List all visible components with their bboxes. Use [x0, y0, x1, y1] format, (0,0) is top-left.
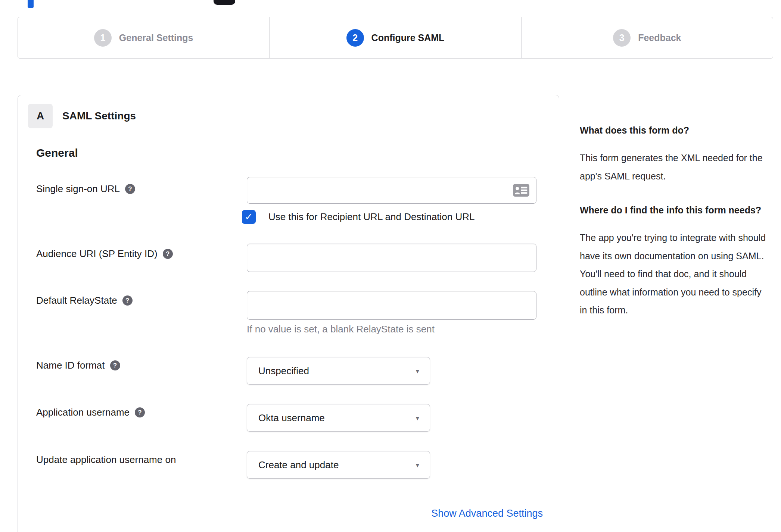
general-group-heading: General: [36, 147, 78, 159]
step-feedback[interactable]: 3 Feedback: [521, 17, 773, 58]
relaystate-label-text: Default RelayState: [36, 295, 117, 306]
section-letter-badge: A: [28, 104, 53, 128]
update-username-label-text: Update application username on: [36, 454, 176, 466]
contact-card-icon: [513, 184, 530, 197]
relaystate-hint: If no value is set, a blank RelayState i…: [247, 323, 435, 335]
help-icon[interactable]: ?: [125, 184, 135, 194]
cutoff-dark-icon-fragment: [214, 0, 235, 5]
update-username-select[interactable]: Create and update ▾: [247, 451, 430, 479]
sso-checkbox-label: Use this for Recipient URL and Destinati…: [268, 211, 475, 223]
app-username-select[interactable]: Okta username ▾: [247, 404, 430, 432]
chevron-down-icon: ▾: [416, 414, 419, 422]
step-configure-saml[interactable]: 2 Configure SAML: [269, 17, 521, 58]
app-username-label: Application username ?: [36, 407, 145, 418]
relaystate-label: Default RelayState ?: [36, 295, 133, 306]
cutoff-blue-logo-fragment: [28, 0, 34, 8]
relaystate-input[interactable]: [247, 291, 536, 320]
show-advanced-settings-link[interactable]: Show Advanced Settings: [431, 508, 543, 519]
audience-uri-input[interactable]: [247, 244, 536, 272]
nameid-format-value: Unspecified: [258, 365, 309, 377]
step-1-label: General Settings: [119, 32, 193, 43]
sidebar-heading-1: What does this form do?: [580, 122, 768, 139]
app-username-label-text: Application username: [36, 407, 130, 418]
help-icon[interactable]: ?: [122, 295, 133, 306]
audience-uri-label: Audience URI (SP Entity ID) ?: [36, 248, 173, 260]
update-username-label: Update application username on: [36, 454, 176, 466]
step-3-badge: 3: [613, 29, 631, 47]
step-3-label: Feedback: [638, 32, 681, 43]
sso-url-label-text: Single sign-on URL: [36, 183, 120, 195]
help-icon[interactable]: ?: [110, 360, 120, 370]
section-title: SAML Settings: [62, 104, 136, 128]
help-icon[interactable]: ?: [135, 407, 145, 417]
nameid-format-label: Name ID format ?: [36, 360, 120, 371]
step-1-badge: 1: [94, 29, 112, 47]
sso-url-input[interactable]: [247, 177, 536, 204]
wizard-stepper: 1 General Settings 2 Configure SAML 3 Fe…: [18, 17, 773, 59]
sso-checkbox-row: ✓ Use this for Recipient URL and Destina…: [242, 210, 475, 224]
step-2-label: Configure SAML: [371, 32, 445, 43]
nameid-format-label-text: Name ID format: [36, 360, 105, 371]
sidebar-heading-2: Where do I find the info this form needs…: [580, 201, 768, 219]
sidebar-body-1: This form generates the XML needed for t…: [580, 149, 768, 185]
checkbox-checked[interactable]: ✓: [242, 210, 256, 224]
sso-url-input-wrap: [247, 177, 536, 204]
sso-url-label: Single sign-on URL ?: [36, 183, 135, 195]
sidebar-body-2: The app you're trying to integrate with …: [580, 229, 768, 319]
update-username-value: Create and update: [258, 459, 339, 471]
chevron-down-icon: ▾: [416, 367, 419, 375]
chevron-down-icon: ▾: [416, 461, 419, 469]
app-username-value: Okta username: [258, 412, 325, 424]
saml-settings-panel: A SAML Settings General Single sign-on U…: [18, 95, 559, 532]
step-2-badge: 2: [346, 29, 364, 47]
step-general-settings[interactable]: 1 General Settings: [18, 17, 269, 58]
nameid-format-select[interactable]: Unspecified ▾: [247, 357, 430, 385]
help-icon[interactable]: ?: [163, 249, 173, 259]
audience-uri-label-text: Audience URI (SP Entity ID): [36, 248, 158, 260]
help-sidebar: What does this form do? This form genera…: [580, 122, 768, 336]
